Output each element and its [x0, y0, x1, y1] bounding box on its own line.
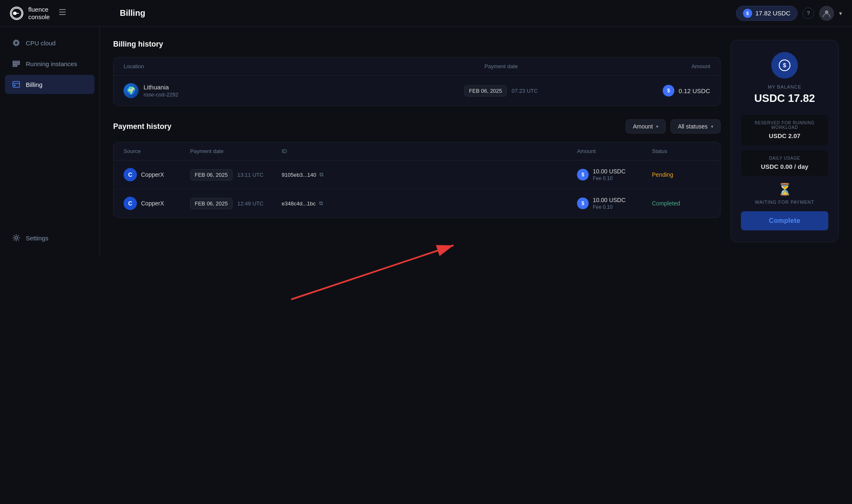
waiting-section: ⏳ WAITING FOR PAYMENT Complete — [741, 183, 828, 230]
sidebar-item-cpu-cloud[interactable]: CPU cloud — [5, 33, 94, 52]
sidebar-item-billing[interactable]: Billing — [5, 75, 94, 94]
amount-filter-button[interactable]: Amount ▾ — [626, 119, 666, 133]
logo-text: fluence console — [28, 6, 50, 21]
list-icon — [12, 59, 21, 68]
sidebar-toggle-button[interactable] — [58, 8, 67, 18]
my-balance-label: MY BALANCE — [741, 84, 828, 89]
svg-rect-17 — [13, 61, 20, 62]
billing-history-section: Billing history Location Payment date Am… — [113, 40, 721, 106]
bh-col-date: Payment date — [375, 63, 627, 69]
ph-amount-2: 10.00 USDC — [593, 197, 626, 203]
copperx-icon-2: C — [124, 197, 137, 210]
logo-icon — [10, 7, 23, 20]
sidebar-bottom: Settings — [5, 228, 94, 249]
id-cell-2: e348c4d...1bc ⧉ — [282, 200, 577, 207]
header-right: $ 17.82 USDC ? ▾ — [736, 6, 842, 21]
ph-time-2: 12:49 UTC — [238, 200, 264, 207]
svg-rect-3 — [59, 9, 66, 10]
settings-icon — [12, 233, 21, 242]
billing-history-header: Location Payment date Amount — [114, 57, 720, 76]
status-badge-2: Completed — [652, 200, 680, 207]
user-dropdown-chevron[interactable]: ▾ — [839, 10, 842, 17]
amount-value: 0.12 USDC — [679, 87, 710, 94]
payment-history-header-row: Payment history Amount ▾ All statuses ▾ — [113, 119, 721, 133]
daily-usage-label: DAILY USAGE — [748, 156, 822, 161]
billing-history-title: Billing history — [113, 40, 721, 49]
coin-icon: $ — [743, 9, 752, 18]
svg-rect-18 — [13, 63, 20, 64]
source-name-1: CopperX — [141, 171, 164, 178]
page-title: Billing — [110, 8, 736, 18]
ph-time-1: 13:11 UTC — [238, 172, 264, 178]
balance-card: $ MY BALANCE USDC 17.82 RESERVED FOR RUN… — [731, 40, 839, 242]
location-sub: rose-cod-2292 — [144, 91, 178, 98]
balance-amount: USDC 17.82 — [741, 92, 828, 105]
status-badge-1: Pending — [652, 171, 673, 178]
svg-rect-22 — [14, 85, 15, 86]
billing-history-table: Location Payment date Amount 🌍 Lithuania — [113, 57, 721, 106]
date-time: 07:23 UTC — [512, 88, 538, 94]
ph-col-status: Status — [652, 148, 710, 154]
reserved-info-row: RESERVED FOR RUNNING WORKLOAD USDC 2.07 — [741, 115, 828, 145]
svg-point-6 — [825, 10, 828, 14]
ph-col-amount: Amount — [577, 148, 652, 154]
waiting-label: WAITING FOR PAYMENT — [741, 200, 828, 205]
main-content: Billing history Location Payment date Am… — [100, 27, 852, 256]
status-filter-button[interactable]: All statuses ▾ — [671, 119, 721, 133]
location-name: Lithuania — [144, 84, 178, 91]
svg-rect-5 — [59, 14, 66, 15]
copy-icon-1[interactable]: ⧉ — [320, 171, 323, 178]
payment-row-2: C CopperX FEB 06, 2025 12:49 UTC e348c — [114, 189, 720, 217]
sidebar-item-settings[interactable]: Settings — [5, 228, 94, 247]
sidebar-item-label-running: Running instances — [26, 60, 77, 67]
svg-rect-4 — [59, 12, 66, 12]
bh-col-location: Location — [124, 63, 375, 69]
billing-icon — [12, 80, 21, 89]
help-button[interactable]: ? — [802, 7, 814, 19]
logo-area: fluence console — [10, 6, 110, 21]
daily-usage-row: DAILY USAGE USDC 0.00 / day — [741, 150, 828, 176]
source-name-2: CopperX — [141, 200, 164, 207]
sidebar: CPU cloud Running instances — [0, 27, 100, 256]
svg-point-23 — [15, 237, 17, 239]
svg-rect-8 — [15, 42, 17, 44]
reserved-label: RESERVED FOR RUNNING WORKLOAD — [748, 121, 822, 130]
ph-col-date: Payment date — [190, 148, 282, 154]
cpu-icon — [12, 38, 21, 47]
billing-history-row: 🌍 Lithuania rose-cod-2292 FEB 06, 2025 0… — [114, 76, 720, 106]
svg-rect-20 — [13, 82, 20, 87]
payment-history-title: Payment history — [113, 122, 621, 131]
bh-date-cell: FEB 06, 2025 07:23 UTC — [375, 85, 627, 96]
hourglass-icon: ⏳ — [741, 183, 828, 196]
ph-date-badge-2: FEB 06, 2025 — [190, 198, 233, 209]
globe-icon: 🌍 — [124, 83, 139, 98]
bh-amount-cell: $ 0.12 USDC — [627, 85, 710, 96]
complete-button[interactable]: Complete — [741, 211, 828, 230]
balance-badge[interactable]: $ 17.82 USDC — [736, 6, 798, 21]
bh-location-cell: 🌍 Lithuania rose-cod-2292 — [124, 83, 375, 98]
user-avatar[interactable] — [819, 6, 834, 21]
ph-col-source: Source — [124, 148, 190, 154]
payment-history-table: Source Payment date ID Amount Status C — [113, 142, 721, 218]
ph-amount-1: 10.00 USDC — [593, 168, 626, 175]
balance-circle-icon: $ — [771, 52, 798, 79]
main-layout: CPU cloud Running instances — [0, 27, 852, 256]
sidebar-item-label-cpu: CPU cloud — [26, 40, 56, 47]
sidebar-item-label-billing: Billing — [26, 81, 42, 88]
sidebar-item-running-instances[interactable]: Running instances — [5, 54, 94, 73]
amount-filter-chevron: ▾ — [656, 124, 659, 129]
payment-history-section: Payment history Amount ▾ All statuses ▾ … — [113, 119, 721, 218]
payment-history-col-headers: Source Payment date ID Amount Status — [114, 142, 720, 161]
reserved-amount: USDC 2.07 — [748, 132, 822, 139]
svg-rect-19 — [13, 65, 17, 67]
bh-col-amount: Amount — [627, 63, 710, 69]
copperx-icon-1: C — [124, 168, 137, 181]
payment-row-1: C CopperX FEB 06, 2025 13:11 UTC 9105e — [114, 161, 720, 189]
usdc-coin-icon: $ — [663, 85, 674, 96]
id-cell-1: 9105eb3...140 ⧉ — [282, 171, 577, 178]
svg-point-1 — [13, 12, 16, 15]
daily-usage-amount: USDC 0.00 / day — [748, 163, 822, 170]
ph-usdc-coin-2: $ — [577, 198, 589, 209]
status-filter-chevron: ▾ — [711, 124, 713, 129]
copy-icon-2[interactable]: ⧉ — [319, 200, 323, 207]
